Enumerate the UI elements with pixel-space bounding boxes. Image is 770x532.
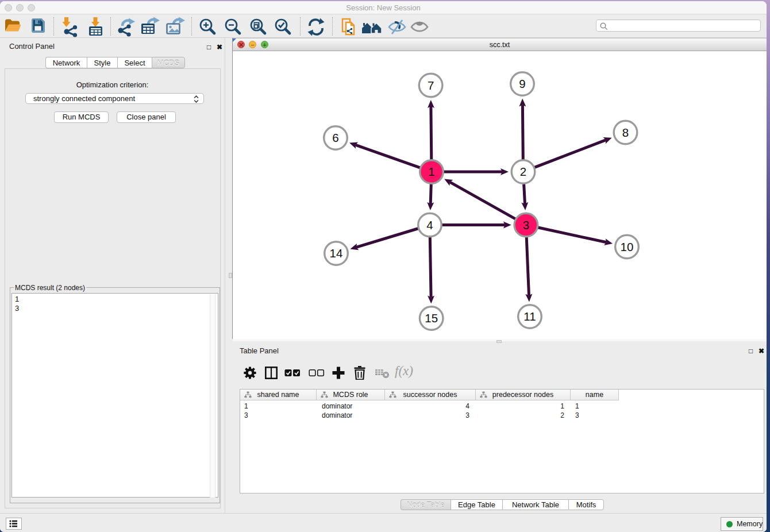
svg-text:7: 7 [428,79,434,92]
svg-text:11: 11 [523,310,536,323]
svg-text:4: 4 [426,218,433,232]
svg-text:1: 1 [428,165,434,178]
svg-text:10: 10 [621,240,634,253]
svg-text:2: 2 [520,165,526,178]
svg-text:8: 8 [622,126,629,139]
svg-text:14: 14 [330,246,343,260]
svg-text:15: 15 [425,311,438,325]
svg-text:3: 3 [523,218,529,232]
svg-text:9: 9 [519,77,525,90]
svg-text:6: 6 [332,131,338,144]
